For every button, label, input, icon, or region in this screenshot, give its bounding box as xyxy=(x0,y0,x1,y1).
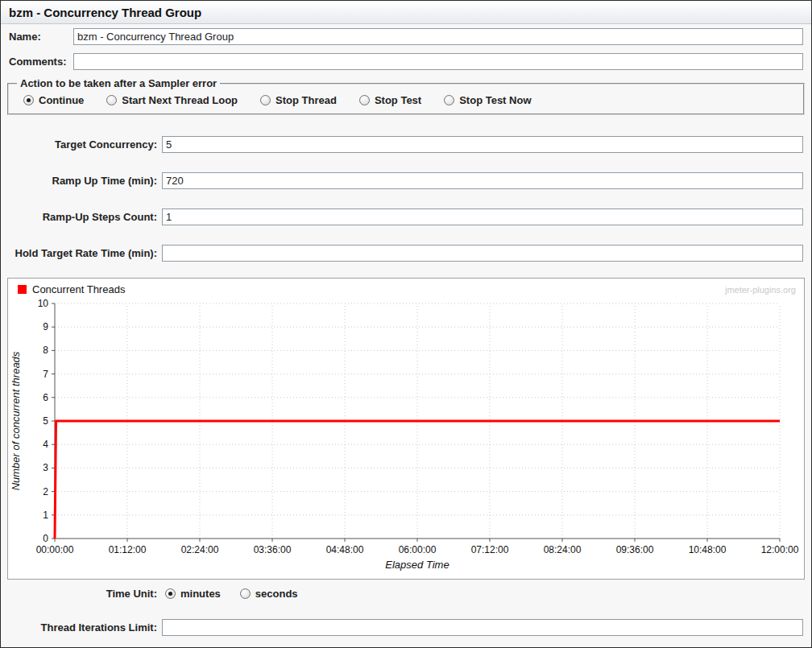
time-unit-label: Time Unit: xyxy=(9,588,162,600)
radio-button-icon xyxy=(106,95,117,105)
radio-button-icon xyxy=(165,588,176,599)
radio-label: Stop Test Now xyxy=(459,94,531,106)
svg-text:4: 4 xyxy=(43,439,48,450)
svg-text:8: 8 xyxy=(43,345,48,356)
ramp-up-time-label: Ramp Up Time (min): xyxy=(9,175,162,187)
radio-button-icon xyxy=(260,95,271,105)
radio-seconds[interactable]: seconds xyxy=(240,588,298,600)
radio-button-icon xyxy=(444,95,454,105)
svg-text:2: 2 xyxy=(43,486,48,497)
radio-minutes[interactable]: minutes xyxy=(165,588,221,600)
ramp-up-time-row: Ramp Up Time (min): xyxy=(9,172,803,189)
concurrency-thread-group-panel: bzm - Concurrency Thread Group Name: Com… xyxy=(0,0,812,648)
svg-text:00:00:00: 00:00:00 xyxy=(36,544,74,555)
svg-text:Number of concurrent threads: Number of concurrent threads xyxy=(10,351,22,490)
radio-button-icon xyxy=(23,95,34,105)
svg-text:3: 3 xyxy=(43,462,48,473)
svg-text:5: 5 xyxy=(43,415,48,427)
sampler-error-group: Action to be taken after a Sampler error… xyxy=(7,77,805,115)
name-row: Name: xyxy=(9,28,803,45)
target-concurrency-input[interactable] xyxy=(162,136,803,153)
chart-legend: Concurrent Threads jmeter-plugins.org xyxy=(8,279,804,295)
svg-text:0: 0 xyxy=(43,533,48,544)
thread-iterations-label: Thread Iterations Limit: xyxy=(9,621,162,634)
radio-button-icon xyxy=(240,588,251,599)
svg-text:03:36:00: 03:36:00 xyxy=(254,544,292,555)
concurrency-chart: 01234567891000:00:0001:12:0002:24:0003:3… xyxy=(8,295,804,579)
concurrency-chart-panel: Concurrent Threads jmeter-plugins.org 01… xyxy=(7,278,805,580)
radio-label: Stop Thread xyxy=(276,94,337,106)
thread-iterations-input[interactable] xyxy=(162,619,803,636)
time-unit-row: Time Unit: minutesseconds xyxy=(9,588,803,600)
radio-label: minutes xyxy=(180,588,221,600)
radio-start-next-thread-loop[interactable]: Start Next Thread Loop xyxy=(106,94,238,106)
svg-text:9: 9 xyxy=(43,321,48,332)
ramp-up-steps-input[interactable] xyxy=(162,208,803,225)
legend-swatch-icon xyxy=(18,285,27,294)
svg-text:10: 10 xyxy=(38,298,49,309)
svg-text:09:36:00: 09:36:00 xyxy=(616,544,654,555)
hold-target-rate-label: Hold Target Rate Time (min): xyxy=(9,247,162,259)
comments-input[interactable] xyxy=(73,53,803,70)
sampler-error-options: ContinueStart Next Thread LoopStop Threa… xyxy=(15,91,797,106)
target-concurrency-row: Target Concurrency: xyxy=(9,136,803,153)
svg-text:12:00:00: 12:00:00 xyxy=(761,544,799,555)
svg-text:01:12:00: 01:12:00 xyxy=(109,544,147,555)
svg-text:1: 1 xyxy=(43,510,48,521)
svg-text:10:48:00: 10:48:00 xyxy=(689,544,727,555)
svg-text:02:24:00: 02:24:00 xyxy=(181,544,219,555)
watermark-text: jmeter-plugins.org xyxy=(725,285,796,295)
sampler-error-legend: Action to be taken after a Sampler error xyxy=(17,77,220,89)
time-unit-options: minutesseconds xyxy=(162,588,298,600)
thread-iterations-row: Thread Iterations Limit: xyxy=(9,619,803,636)
legend-label: Concurrent Threads xyxy=(32,283,125,295)
comments-label: Comments: xyxy=(9,56,73,68)
name-input[interactable] xyxy=(73,28,803,45)
radio-button-icon xyxy=(359,95,370,105)
page-title: bzm - Concurrency Thread Group xyxy=(1,1,811,24)
name-label: Name: xyxy=(9,31,73,43)
svg-text:7: 7 xyxy=(43,369,48,380)
svg-text:Elapsed Time: Elapsed Time xyxy=(385,559,449,571)
radio-label: Start Next Thread Loop xyxy=(122,94,238,106)
svg-text:04:48:00: 04:48:00 xyxy=(326,544,364,555)
svg-text:6: 6 xyxy=(43,392,48,403)
target-concurrency-label: Target Concurrency: xyxy=(9,138,162,151)
comments-row: Comments: xyxy=(9,53,803,70)
radio-stop-test-now[interactable]: Stop Test Now xyxy=(444,94,531,106)
svg-text:06:00:00: 06:00:00 xyxy=(399,544,437,555)
ramp-up-time-input[interactable] xyxy=(162,172,803,189)
hold-target-rate-row: Hold Target Rate Time (min): xyxy=(9,245,803,262)
svg-text:08:24:00: 08:24:00 xyxy=(544,544,582,555)
svg-text:07:12:00: 07:12:00 xyxy=(471,544,509,555)
ramp-up-steps-label: Ramp-Up Steps Count: xyxy=(9,211,162,223)
ramp-up-steps-row: Ramp-Up Steps Count: xyxy=(9,208,803,225)
radio-stop-test[interactable]: Stop Test xyxy=(359,94,421,106)
hold-target-rate-input[interactable] xyxy=(162,245,803,262)
radio-continue[interactable]: Continue xyxy=(23,94,84,106)
radio-stop-thread[interactable]: Stop Thread xyxy=(260,94,337,106)
radio-label: seconds xyxy=(255,588,298,600)
radio-label: Stop Test xyxy=(375,94,421,106)
radio-label: Continue xyxy=(39,94,84,106)
